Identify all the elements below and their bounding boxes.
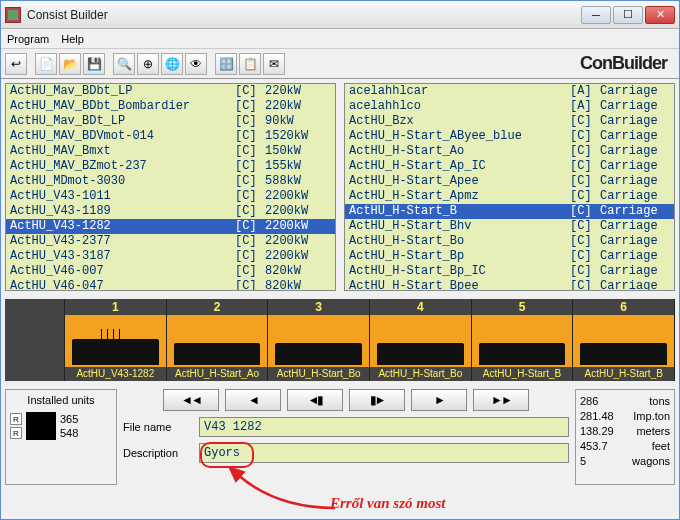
toolbar-btn-3[interactable]: 📂 bbox=[59, 53, 81, 75]
consist-slot[interactable]: 3ActHU_H-Start_Bo bbox=[268, 299, 370, 381]
row-val: 2200kW bbox=[265, 234, 331, 249]
list-row[interactable]: ActHU_V43-1189[C]2200kW bbox=[6, 204, 335, 219]
row-tag: [C] bbox=[570, 114, 600, 129]
close-button[interactable]: ✕ bbox=[645, 6, 675, 24]
installed-row: R548 bbox=[10, 426, 112, 440]
row-val: Carriage bbox=[600, 204, 670, 219]
engine-list[interactable]: ActHU_Mav_BDbt_LP[C]220kWActHU_MAV_BDbt_… bbox=[5, 83, 336, 291]
toolbar-btn-12[interactable]: 📋 bbox=[239, 53, 261, 75]
description-value: Gyors bbox=[204, 446, 240, 460]
list-row[interactable]: ActHU_MAV_Bmxt[C]150kW bbox=[6, 144, 335, 159]
list-row[interactable]: ActHU_H-Start_Apmz[C]Carriage bbox=[345, 189, 674, 204]
minimize-button[interactable]: ─ bbox=[581, 6, 611, 24]
nav-prev[interactable]: ◄ bbox=[225, 389, 281, 411]
list-row[interactable]: ActHU_V46-007[C]820kW bbox=[6, 264, 335, 279]
row-name: ActHU_H-Start_Ao bbox=[349, 144, 570, 159]
nav-stepback[interactable]: ◄▮ bbox=[287, 389, 343, 411]
consist-slot[interactable]: 6ActHU_H-Start_B bbox=[573, 299, 675, 381]
menu-help[interactable]: Help bbox=[61, 33, 84, 45]
nav-first[interactable]: ◄◄ bbox=[163, 389, 219, 411]
toolbar-btn-6[interactable]: 🔍 bbox=[113, 53, 135, 75]
list-row[interactable]: ActHU_V46-047[C]820kW bbox=[6, 279, 335, 291]
row-val: 1520kW bbox=[265, 129, 331, 144]
brand-label: ConBuilder bbox=[580, 53, 675, 74]
stat-value: 453.7 bbox=[580, 439, 608, 454]
toolbar-btn-9[interactable]: 👁 bbox=[185, 53, 207, 75]
row-name: ActHU_H-Start_Bo bbox=[349, 234, 570, 249]
nav-stepfwd[interactable]: ▮► bbox=[349, 389, 405, 411]
carriage-list[interactable]: acelahhlcar[A]Carriageacelahhlco[A]Carri… bbox=[344, 83, 675, 291]
toolbar-btn-7[interactable]: ⊕ bbox=[137, 53, 159, 75]
toolbar-btn-2[interactable]: 📄 bbox=[35, 53, 57, 75]
list-row[interactable]: ActHU_MAV_BZmot-237[C]155kW bbox=[6, 159, 335, 174]
list-row[interactable]: ActHU_V43-1282[C]2200kW bbox=[6, 219, 335, 234]
slot-label: ActHU_H-Start_B bbox=[472, 367, 573, 381]
row-tag: [C] bbox=[235, 129, 265, 144]
row-val: 820kW bbox=[265, 279, 331, 291]
list-row[interactable]: ActHU_H-Start_Bo[C]Carriage bbox=[345, 234, 674, 249]
unit-count: 548 bbox=[60, 427, 78, 439]
list-row[interactable]: ActHU_MDmot-3030[C]588kW bbox=[6, 174, 335, 189]
consist-slot[interactable]: 5ActHU_H-Start_B bbox=[472, 299, 574, 381]
toolbar-btn-8[interactable]: 🌐 bbox=[161, 53, 183, 75]
list-row[interactable]: ActHU_V43-2377[C]2200kW bbox=[6, 234, 335, 249]
stat-value: 281.48 bbox=[580, 409, 614, 424]
toolbar-btn-11[interactable]: 🔠 bbox=[215, 53, 237, 75]
list-row[interactable]: ActHU_H-Start_Ao[C]Carriage bbox=[345, 144, 674, 159]
filename-input[interactable]: V43 1282 bbox=[199, 417, 569, 437]
lists-area: ActHU_Mav_BDbt_LP[C]220kWActHU_MAV_BDbt_… bbox=[1, 79, 679, 295]
row-val: Carriage bbox=[600, 159, 670, 174]
description-input[interactable]: Gyors bbox=[199, 443, 569, 463]
stat-row: 286tons bbox=[580, 394, 670, 409]
list-row[interactable]: ActHU_H-Start_Bp_IC[C]Carriage bbox=[345, 264, 674, 279]
consist-slot[interactable]: 1ActHU_V43-1282 bbox=[65, 299, 167, 381]
menu-program[interactable]: Program bbox=[7, 33, 49, 45]
list-row[interactable]: ActHU_MAV_BDbt_Bombardier[C]220kW bbox=[6, 99, 335, 114]
slot-vehicle bbox=[268, 315, 369, 367]
consist-slot[interactable]: 2ActHU_H-Start_Ao bbox=[167, 299, 269, 381]
reverse-toggle[interactable]: R bbox=[10, 427, 22, 439]
row-tag: [C] bbox=[570, 189, 600, 204]
list-row[interactable]: ActHU_MAV_BDVmot-014[C]1520kW bbox=[6, 129, 335, 144]
list-row[interactable]: ActHU_H-Start_Apee[C]Carriage bbox=[345, 174, 674, 189]
list-row[interactable]: ActHU_Mav_BDt_LP[C]90kW bbox=[6, 114, 335, 129]
list-row[interactable]: ActHU_H-Start_AByee_blue[C]Carriage bbox=[345, 129, 674, 144]
toolbar-btn-0[interactable]: ↩ bbox=[5, 53, 27, 75]
list-row[interactable]: ActHU_H-Start_Bhv[C]Carriage bbox=[345, 219, 674, 234]
unit-count: 365 bbox=[60, 413, 78, 425]
list-row[interactable]: ActHU_H-Start_Ap_IC[C]Carriage bbox=[345, 159, 674, 174]
list-row[interactable]: ActHU_H-Start_Bp[C]Carriage bbox=[345, 249, 674, 264]
list-row[interactable]: acelahhlco[A]Carriage bbox=[345, 99, 674, 114]
list-row[interactable]: ActHU_Mav_BDbt_LP[C]220kW bbox=[6, 84, 335, 99]
row-tag: [C] bbox=[235, 99, 265, 114]
row-name: ActHU_Bzx bbox=[349, 114, 570, 129]
reverse-toggle[interactable]: R bbox=[10, 413, 22, 425]
row-name: ActHU_H-Start_Bp bbox=[349, 249, 570, 264]
slot-label: ActHU_V43-1282 bbox=[65, 367, 166, 381]
row-val: Carriage bbox=[600, 129, 670, 144]
maximize-button[interactable]: ☐ bbox=[613, 6, 643, 24]
toolbar-btn-13[interactable]: ✉ bbox=[263, 53, 285, 75]
row-tag: [C] bbox=[235, 204, 265, 219]
list-row[interactable]: acelahhlcar[A]Carriage bbox=[345, 84, 674, 99]
installed-units-panel: Installed units R365R548 bbox=[5, 389, 117, 485]
nav-last[interactable]: ►► bbox=[473, 389, 529, 411]
carriage-icon bbox=[580, 343, 667, 365]
row-val: 150kW bbox=[265, 144, 331, 159]
slot-number: 2 bbox=[167, 299, 268, 315]
stat-unit: wagons bbox=[632, 454, 670, 469]
list-row[interactable]: ActHU_H-Start_Bpee[C]Carriage bbox=[345, 279, 674, 291]
list-row[interactable]: ActHU_V43-3187[C]2200kW bbox=[6, 249, 335, 264]
consist-slot[interactable]: 4ActHU_H-Start_Bo bbox=[370, 299, 472, 381]
row-tag: [C] bbox=[235, 84, 265, 99]
titlebar: Consist Builder ─ ☐ ✕ bbox=[1, 1, 679, 29]
list-row[interactable]: ActHU_V43-1011[C]2200kW bbox=[6, 189, 335, 204]
nav-next[interactable]: ► bbox=[411, 389, 467, 411]
list-row[interactable]: ActHU_Bzx[C]Carriage bbox=[345, 114, 674, 129]
list-row[interactable]: ActHU_H-Start_B[C]Carriage bbox=[345, 204, 674, 219]
row-tag: [C] bbox=[570, 249, 600, 264]
toolbar-btn-4[interactable]: 💾 bbox=[83, 53, 105, 75]
stat-value: 286 bbox=[580, 394, 598, 409]
installed-row: R365 bbox=[10, 412, 112, 426]
row-name: ActHU_H-Start_Apee bbox=[349, 174, 570, 189]
